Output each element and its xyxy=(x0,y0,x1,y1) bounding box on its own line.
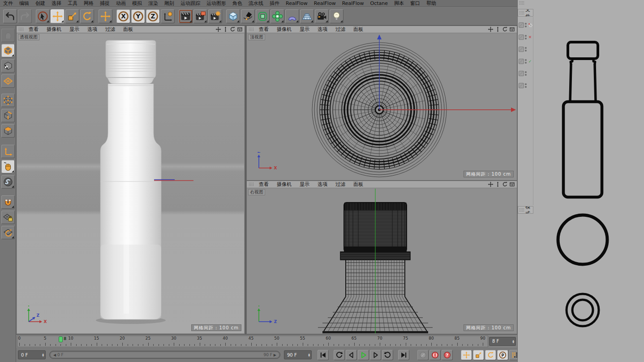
lock-x-button[interactable]: X xyxy=(116,9,130,23)
texture-tag-icon[interactable] xyxy=(519,22,524,28)
key-scale-button[interactable] xyxy=(473,350,484,360)
visibility-dots-icon[interactable] xyxy=(525,35,527,39)
record-keyframe-button[interactable] xyxy=(417,350,429,360)
palette-axis-mode-button[interactable] xyxy=(1,145,15,158)
menu-item[interactable]: 脚本 xyxy=(391,0,407,7)
texture-tag-icon[interactable] xyxy=(519,47,524,52)
menu-item[interactable]: RealFlow xyxy=(339,0,367,7)
viewport-zoom-button[interactable] xyxy=(495,181,501,187)
viewport-menu-item[interactable]: 选项 xyxy=(313,26,331,33)
viewport-zoom-button[interactable] xyxy=(495,26,501,32)
palette-snap-button[interactable] xyxy=(1,195,15,209)
palette-model-mode-button[interactable] xyxy=(1,44,15,57)
menu-item[interactable]: 渲染 xyxy=(145,0,161,7)
object-manager-row[interactable] xyxy=(519,20,533,30)
object-manager-row[interactable] xyxy=(519,80,533,91)
key-rotation-button[interactable] xyxy=(485,350,496,360)
light-button[interactable] xyxy=(330,9,343,23)
palette-polygons-mode-button[interactable] xyxy=(1,124,15,138)
object-manager-row[interactable] xyxy=(519,68,533,79)
play-button[interactable] xyxy=(358,350,369,360)
last-tool-button[interactable] xyxy=(99,9,112,23)
subdivision-surface-button[interactable] xyxy=(256,9,270,23)
menu-item[interactable]: 网格 xyxy=(81,0,97,7)
timeline-ruler[interactable]: 0510152025303540455055606570758085908 xyxy=(17,336,488,347)
texture-tag-icon[interactable] xyxy=(519,71,524,76)
move-button[interactable] xyxy=(51,9,64,23)
texture-tag-icon[interactable] xyxy=(519,59,524,64)
viewport-zoom-button[interactable] xyxy=(223,26,228,32)
menu-item[interactable]: 雕刻 xyxy=(161,0,177,7)
menu-item[interactable]: 模拟 xyxy=(129,0,145,7)
viewport-menu-item[interactable]: 摄像机 xyxy=(273,181,296,188)
menu-item[interactable]: 动画 xyxy=(113,0,129,7)
render-picture-viewer-button[interactable] xyxy=(193,9,207,23)
viewport-rotate-button[interactable] xyxy=(502,26,508,32)
menu-item[interactable]: 捕捉 xyxy=(97,0,113,7)
menu-item[interactable]: 选择 xyxy=(48,0,64,7)
render-view-button[interactable] xyxy=(179,9,193,23)
timeline-playhead[interactable] xyxy=(59,336,63,342)
visibility-dots-icon[interactable] xyxy=(525,23,527,27)
frame-range-bar[interactable]: ◀ 0 F 90 F ▶ xyxy=(51,352,279,358)
object-manager-header[interactable]: 文件 xyxy=(518,9,533,17)
previous-key-button[interactable] xyxy=(334,350,345,360)
spinner-arrows-icon[interactable]: ▲▼ xyxy=(42,353,44,357)
range-right-arrow-icon[interactable]: ▶ xyxy=(274,353,276,357)
viewport-menu-item[interactable]: 摄像机 xyxy=(273,26,296,33)
spline-pen-button[interactable] xyxy=(241,9,255,23)
viewport-menu-item[interactable]: 面板 xyxy=(349,181,367,188)
menu-item[interactable]: RealFlow xyxy=(311,0,339,7)
object-manager-row[interactable] xyxy=(519,44,533,55)
visibility-dots-icon[interactable] xyxy=(525,47,527,52)
visibility-dots-icon[interactable] xyxy=(525,71,527,76)
palette-tweak-mode-button[interactable] xyxy=(1,160,15,173)
palette-sculpt-button[interactable] xyxy=(1,29,15,42)
rotate-button[interactable] xyxy=(80,9,94,23)
current-frame-spinner[interactable]: 8 F ▲▼ xyxy=(489,337,516,346)
viewport-menu-item[interactable]: 面板 xyxy=(349,26,367,33)
go-to-start-button[interactable] xyxy=(318,350,329,360)
object-manager-row[interactable]: ✓ xyxy=(519,56,533,67)
key-position-button[interactable] xyxy=(461,350,472,360)
lock-z-button[interactable]: Z xyxy=(146,9,160,23)
viewport-menu-item[interactable]: 查看 xyxy=(255,26,273,33)
bend-deformer-button[interactable] xyxy=(285,9,299,23)
primitive-cube-button[interactable] xyxy=(226,9,240,23)
range-start-spinner[interactable]: 0 F ▲▼ xyxy=(18,350,46,359)
menu-item[interactable]: 流水线 xyxy=(245,0,266,7)
viewport-top-canvas[interactable]: 顶视图 网格间距 : 100 cm ZX xyxy=(247,34,516,180)
palette-workplane-mode-button[interactable] xyxy=(1,74,15,88)
camera-button[interactable] xyxy=(315,9,329,23)
menu-item[interactable]: 运动跟踪 xyxy=(177,0,203,7)
range-end-spinner[interactable]: 90 F ▲▼ xyxy=(284,350,312,359)
autokey-button[interactable] xyxy=(429,350,441,360)
scale-button[interactable] xyxy=(65,9,79,23)
visibility-dots-icon[interactable] xyxy=(525,83,527,88)
viewport-menu-item[interactable]: 选项 xyxy=(83,26,101,33)
viewport-maximize-button[interactable] xyxy=(237,26,243,32)
menu-item[interactable]: 运动图形 xyxy=(203,0,229,7)
palette-simulation-button[interactable] xyxy=(1,175,15,189)
menu-item[interactable]: 窗口 xyxy=(407,0,423,7)
menu-item[interactable]: 插件 xyxy=(266,0,283,7)
menu-item[interactable]: 编辑 xyxy=(16,0,32,7)
menu-item[interactable]: 文件 xyxy=(0,0,16,7)
viewport-menu-item[interactable]: 查看 xyxy=(255,181,273,188)
texture-tag-icon[interactable] xyxy=(519,83,524,88)
viewport-menu-item[interactable]: 摄像机 xyxy=(43,26,65,33)
viewport-menu-item[interactable]: 过滤 xyxy=(101,26,119,33)
viewport-pan-button[interactable] xyxy=(215,26,221,32)
go-to-end-button[interactable] xyxy=(398,350,409,360)
menu-item[interactable]: Octane xyxy=(367,0,391,7)
frame-range-slider[interactable]: ◀ 0 F 90 F ▶ xyxy=(49,351,280,359)
viewport-menu-item[interactable]: 选项 xyxy=(313,181,331,188)
menu-item[interactable]: 帮助 xyxy=(423,0,439,7)
palette-edges-mode-button[interactable] xyxy=(1,109,15,122)
viewport-menu-item[interactable]: 面板 xyxy=(119,26,137,33)
key-parameter-button[interactable]: P xyxy=(497,350,508,360)
viewport-menu-item[interactable]: 过滤 xyxy=(331,181,349,188)
viewport-perspective-canvas[interactable]: 透视视图 xyxy=(17,34,244,333)
viewport-menu-item[interactable]: 显示 xyxy=(65,26,83,33)
previous-frame-button[interactable] xyxy=(346,350,357,360)
